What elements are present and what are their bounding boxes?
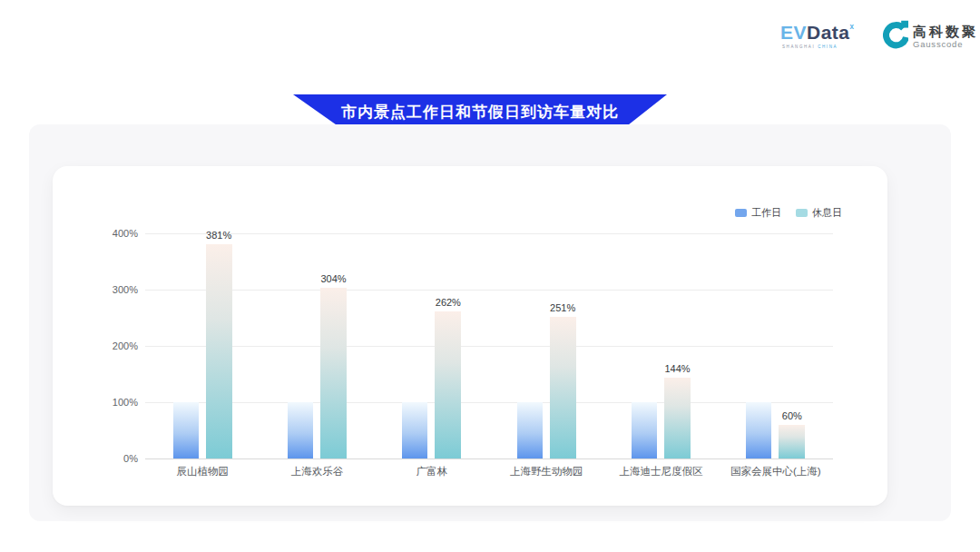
value-label-2: 262% [436,297,461,308]
gausscode-name-en: Gausscode [913,39,978,49]
gausscode-name-cn: 高科数聚 [913,24,978,39]
y-tick-label-200: 200% [98,340,138,351]
bar-restday-0[interactable] [206,244,232,458]
gridline-100 [145,402,833,403]
bar-restday-3[interactable] [550,317,576,458]
category-label-4: 上海迪士尼度假区 [603,465,718,478]
bar-restday-1[interactable] [320,288,347,458]
evdata-tagline-right: CHINA [818,44,838,49]
gridline-200 [145,346,833,347]
bar-workday-1[interactable] [288,402,313,458]
gausscode-g-icon [883,19,908,54]
category-label-2: 广富林 [375,465,489,478]
bar-restday-4[interactable] [664,378,691,458]
bar-workday-0[interactable] [173,402,199,458]
value-label-5: 60% [782,410,802,421]
chart-card: 工作日 休息日 400%300%200%100%0%381%辰山植物园304%上… [53,166,887,506]
y-tick-label-400: 400% [98,228,138,239]
y-tick-label-300: 300% [98,284,138,295]
bar-workday-4[interactable] [632,402,657,458]
evdata-logo-x-icon: ˣ [850,22,855,34]
value-label-0: 381% [206,230,231,241]
gausscode-logo: 高科数聚 Gausscode [883,19,978,54]
y-tick-label-0: 0% [98,453,138,464]
category-label-0: 辰山植物园 [145,465,260,478]
category-label-3: 上海野生动物园 [489,465,603,478]
content-panel: 工作日 休息日 400%300%200%100%0%381%辰山植物园304%上… [29,124,951,521]
evdata-logo-tagline: SHANGHAI CHINA [782,44,882,49]
value-label-4: 144% [664,363,690,374]
x-axis-line [145,458,833,459]
bar-workday-3[interactable] [517,402,543,458]
value-label-3: 251% [550,302,575,313]
bar-chart-plot-area: 400%300%200%100%0%381%辰山植物园304%上海欢乐谷262%… [53,166,887,506]
bar-workday-5[interactable] [746,402,771,458]
category-label-1: 上海欢乐谷 [260,465,374,478]
category-label-5: 国家会展中心(上海) [719,465,833,478]
page-title: 市内景点工作日和节假日到访车量对比 [341,102,619,123]
evdata-logo-text: EVDataˣ [780,18,882,43]
evdata-logo-ev: EV [780,22,807,43]
gridline-300 [145,290,833,291]
bar-restday-2[interactable] [435,311,461,458]
bar-restday-5[interactable] [779,425,805,458]
value-label-1: 304% [320,273,346,284]
bar-workday-2[interactable] [402,402,427,458]
y-tick-label-100: 100% [98,397,138,408]
evdata-tagline-left: SHANGHAI [782,44,815,49]
evdata-logo-data: Data [807,22,850,43]
evdata-logo: EVDataˣ SHANGHAI CHINA [780,18,882,49]
gridline-400 [145,233,833,234]
